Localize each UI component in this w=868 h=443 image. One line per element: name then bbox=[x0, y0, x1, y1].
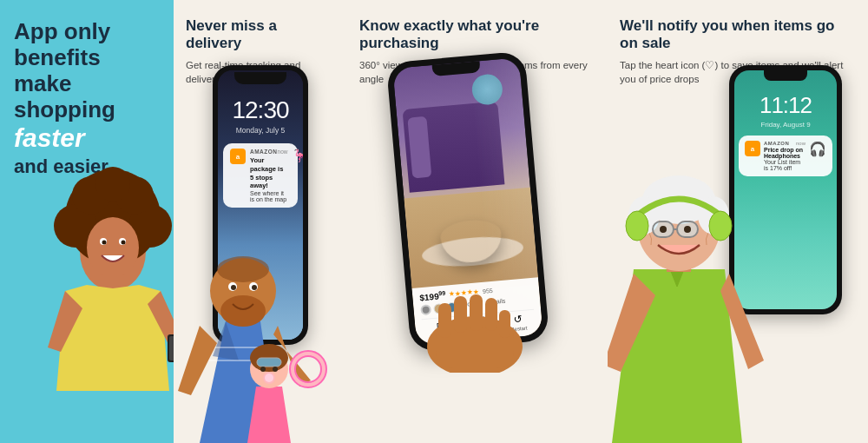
svg-point-16 bbox=[217, 256, 269, 282]
svg-point-20 bbox=[231, 285, 236, 290]
ar-title: Know exactly what you're purchasing bbox=[359, 17, 595, 53]
svg-point-11 bbox=[122, 241, 126, 245]
svg-rect-34 bbox=[454, 296, 467, 333]
sale-title: We'll notify you when items go on sale bbox=[620, 17, 856, 53]
notif-emoji: 🦩 bbox=[292, 149, 303, 162]
delivery-panel: Never miss a delivery Get real-time trac… bbox=[174, 0, 347, 443]
svg-rect-26 bbox=[257, 358, 281, 367]
svg-rect-35 bbox=[470, 294, 483, 331]
svg-point-28 bbox=[273, 367, 278, 372]
svg-point-27 bbox=[260, 367, 266, 372]
ar-panel: Know exactly what you're purchasing 360°… bbox=[347, 0, 608, 443]
notification-header: AMAZON now bbox=[250, 149, 287, 155]
svg-point-17 bbox=[220, 295, 266, 327]
svg-point-21 bbox=[252, 285, 257, 290]
family-image bbox=[174, 217, 347, 443]
headphones-person-image bbox=[608, 113, 773, 443]
phone-notch-sale bbox=[764, 70, 807, 81]
svg-point-45 bbox=[626, 211, 648, 241]
svg-rect-33 bbox=[438, 303, 451, 338]
notification-content: AMAZON now Your package is 5 stops away!… bbox=[250, 149, 287, 202]
notification-subtext: See where it is on the map bbox=[250, 190, 287, 202]
svg-point-46 bbox=[709, 211, 732, 241]
notification-text: Your package is 5 stops away! bbox=[250, 156, 287, 190]
headphones-icon: 🎧 bbox=[809, 141, 826, 157]
phone-date: Monday, July 5 bbox=[218, 126, 303, 135]
svg-point-51 bbox=[684, 226, 691, 233]
hero-panel: App only benefits make shopping faster a… bbox=[0, 0, 174, 443]
delivery-title: Never miss a delivery bbox=[186, 17, 335, 53]
svg-rect-37 bbox=[499, 310, 510, 338]
notification-card: a AMAZON now Your package is 5 stops awa… bbox=[223, 143, 298, 208]
bottom-wave bbox=[359, 374, 608, 443]
svg-rect-36 bbox=[485, 298, 497, 331]
svg-point-7 bbox=[87, 217, 139, 278]
hand-image bbox=[405, 268, 544, 373]
sale-panel: We'll notify you when items go on sale T… bbox=[608, 0, 868, 443]
svg-point-6 bbox=[95, 167, 130, 202]
svg-point-10 bbox=[102, 241, 107, 245]
hero-person-image bbox=[39, 148, 174, 443]
amazon-icon: a bbox=[230, 149, 246, 164]
ar-phone-container: $19999 ★★★★★ 955 Color Details bbox=[372, 56, 563, 347]
svg-point-30 bbox=[265, 374, 273, 382]
phone-notch bbox=[234, 72, 286, 84]
svg-point-50 bbox=[660, 226, 667, 233]
